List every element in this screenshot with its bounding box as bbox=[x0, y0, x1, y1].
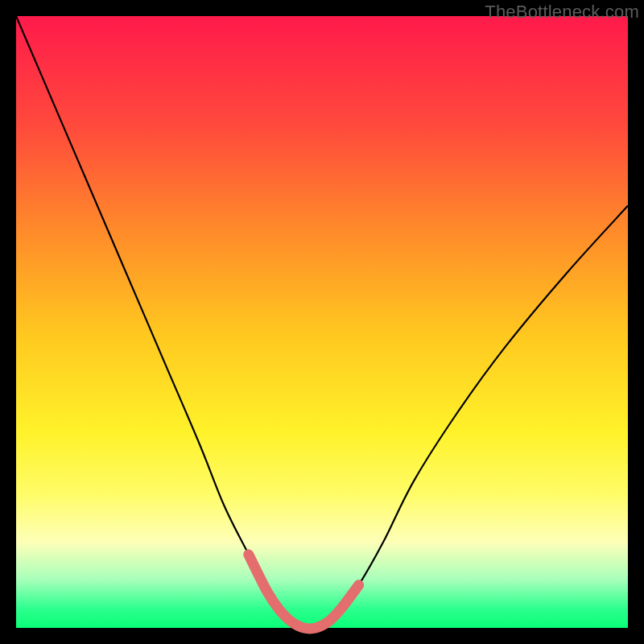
bottleneck-curve bbox=[16, 16, 628, 629]
chart-svg bbox=[16, 16, 628, 628]
optimal-range-highlight bbox=[249, 555, 359, 629]
watermark-text: TheBottleneck.com bbox=[485, 2, 639, 23]
chart-frame bbox=[16, 16, 628, 628]
